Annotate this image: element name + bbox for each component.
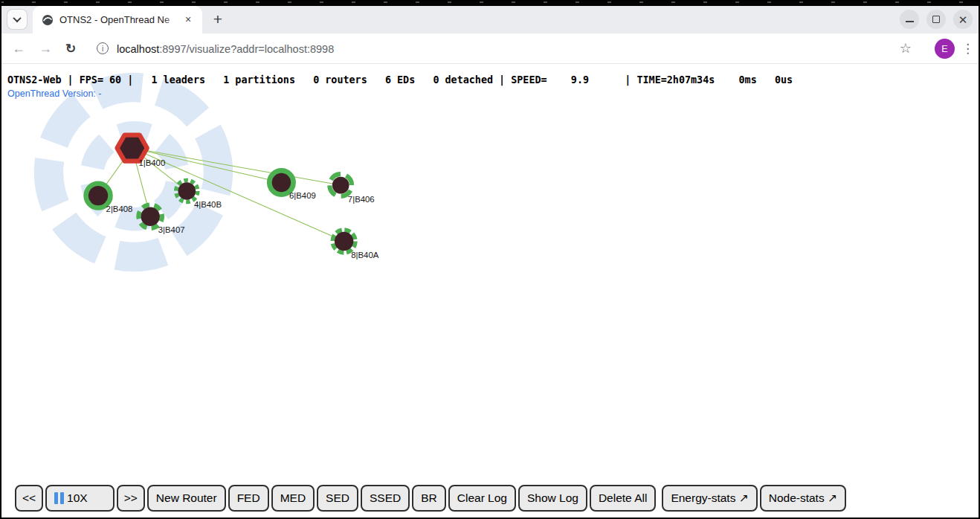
maximize-button[interactable] bbox=[926, 10, 946, 29]
clear-log-button[interactable]: Clear Log bbox=[448, 485, 516, 512]
forward-button[interactable]: → bbox=[39, 42, 52, 55]
chevron-down-icon bbox=[13, 14, 21, 22]
node-label: 7|B406 bbox=[348, 195, 375, 204]
tab-close-icon[interactable]: × bbox=[181, 13, 195, 26]
node-label: 2|B408 bbox=[106, 204, 133, 213]
sed-button[interactable]: SED bbox=[317, 485, 358, 512]
tab-active[interactable]: OTNS2 - OpenThread Ne × bbox=[33, 6, 202, 33]
otns-visualizer-page: 1|B400 2|B408 3|B407 4|B40B bbox=[0, 64, 980, 519]
url-host: localhost bbox=[117, 43, 159, 55]
window-controls: ✕ bbox=[900, 10, 973, 29]
site-info-icon[interactable]: i bbox=[97, 42, 109, 54]
reload-button[interactable]: ↻ bbox=[65, 42, 76, 55]
profile-avatar[interactable]: E bbox=[935, 39, 955, 59]
node-ed-2[interactable]: 2|B408 bbox=[86, 184, 133, 213]
openthread-version-link[interactable]: OpenThread Version: - bbox=[7, 88, 101, 99]
node-label: 6|B409 bbox=[289, 191, 316, 200]
browser-menu-icon[interactable]: ⋮ bbox=[961, 41, 974, 57]
med-button[interactable]: MED bbox=[271, 485, 315, 512]
globe-favicon-icon bbox=[42, 14, 54, 26]
minimize-button[interactable] bbox=[900, 10, 919, 29]
browser-toolbar: ← → ↻ i localhost:8997/visualize?addr=lo… bbox=[0, 33, 980, 64]
br-button[interactable]: BR bbox=[412, 485, 446, 512]
node-label: 1|B400 bbox=[138, 158, 165, 167]
node-ed-7[interactable]: 7|B406 bbox=[326, 170, 375, 204]
node-ed-6[interactable]: 6|B409 bbox=[270, 171, 316, 200]
node-label: 4|B40B bbox=[194, 200, 222, 209]
minimize-icon bbox=[906, 21, 914, 22]
simulation-toolbar: << 10X >> New Router FED MED SED SSED BR… bbox=[15, 485, 846, 512]
ssed-button[interactable]: SSED bbox=[361, 485, 410, 512]
pause-speed-button[interactable]: 10X bbox=[45, 485, 115, 512]
speed-up-button[interactable]: >> bbox=[117, 485, 145, 512]
address-bar[interactable]: localhost:8997/visualize?addr=localhost:… bbox=[117, 33, 334, 64]
maximize-icon bbox=[932, 16, 940, 23]
node-stats-button[interactable]: Node-stats ↗ bbox=[760, 485, 846, 512]
show-log-button[interactable]: Show Log bbox=[518, 485, 587, 512]
browser-window: OTNS2 - OpenThread Ne × + ✕ ← → ↻ i loca… bbox=[0, 0, 980, 519]
url-path: :8997/visualize?addr=localhost:8998 bbox=[159, 43, 334, 55]
tab-strip: OTNS2 - OpenThread Ne × + ✕ bbox=[0, 6, 980, 33]
new-tab-button[interactable]: + bbox=[208, 10, 228, 29]
close-button[interactable]: ✕ bbox=[953, 10, 973, 29]
energy-stats-button[interactable]: Energy-stats ↗ bbox=[662, 485, 757, 512]
new-router-button[interactable]: New Router bbox=[147, 485, 226, 512]
bookmark-star-icon[interactable]: ☆ bbox=[900, 40, 912, 57]
fed-button[interactable]: FED bbox=[228, 485, 269, 512]
node-label: 8|B40A bbox=[351, 251, 379, 260]
tab-title: OTNS2 - OpenThread Ne bbox=[59, 14, 171, 25]
simulation-status-bar: OTNS2-Web | FPS= 60 | 1 leaders 1 partit… bbox=[7, 74, 793, 86]
screen-edge-strip bbox=[0, 0, 980, 6]
delete-all-button[interactable]: Delete All bbox=[590, 485, 656, 512]
pause-icon bbox=[54, 492, 64, 504]
node-label: 3|B407 bbox=[158, 225, 185, 234]
network-canvas[interactable]: 1|B400 2|B408 3|B407 4|B40B bbox=[0, 64, 980, 519]
tab-search-button[interactable] bbox=[7, 10, 27, 29]
back-button[interactable]: ← bbox=[12, 42, 25, 55]
speed-down-button[interactable]: << bbox=[15, 485, 43, 512]
node-ed-8[interactable]: 8|B40A bbox=[332, 230, 379, 260]
speed-value: 10X bbox=[67, 491, 88, 505]
close-icon: ✕ bbox=[958, 14, 968, 25]
